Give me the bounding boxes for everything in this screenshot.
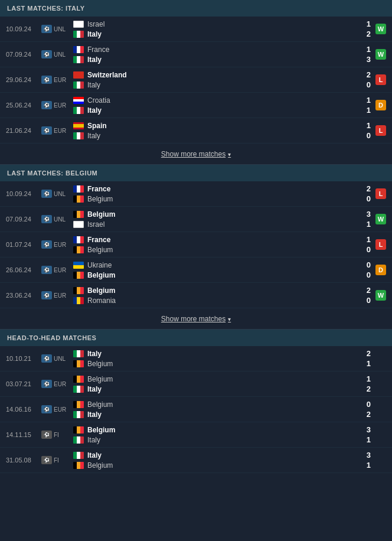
match-competition: ⚽EUR <box>41 291 71 299</box>
match-date: 10.10.21 <box>6 355 41 362</box>
team-score: 2 <box>360 30 374 38</box>
team-name: Switzerland <box>87 71 360 79</box>
team-flag <box>73 350 84 357</box>
competition-label: EUR <box>54 267 66 273</box>
team1-row: France2 <box>73 184 374 194</box>
team2-row: Italy2 <box>73 409 374 419</box>
match-date: 03.07.21 <box>6 380 41 387</box>
match-competition: ⚽UNL <box>41 190 71 198</box>
team-flag <box>73 436 84 444</box>
match-date: 01.07.24 <box>6 241 41 248</box>
show-more-label: Show more matches <box>161 315 226 323</box>
team-score: 2 <box>360 286 374 295</box>
result-badge: W <box>375 24 386 34</box>
team-flag <box>73 82 84 89</box>
team-score: 3 <box>360 210 374 219</box>
team1-row: Israel1 <box>73 19 374 29</box>
result-badge: W <box>375 49 386 60</box>
competition-label: UNL <box>54 191 66 197</box>
chevron-down-icon: ▾ <box>228 151 231 158</box>
match-row: 10.09.24⚽UNLIsrael1Italy2W <box>0 17 392 42</box>
team-flag <box>73 411 84 418</box>
team-flag <box>73 195 84 203</box>
team-score: 1 <box>360 461 374 470</box>
team-flag <box>73 71 84 79</box>
competition-label: FI <box>54 432 59 438</box>
competition-icon: ⚽ <box>41 291 52 299</box>
section-italy: LAST MATCHES: ITALY10.09.24⚽UNLIsrael1It… <box>0 0 392 165</box>
match-row: 10.10.21⚽UNLItaly2Belgium1 <box>0 346 392 371</box>
result-badge-area: W <box>374 214 386 224</box>
team-score: 3 <box>360 425 374 434</box>
match-competition: ⚽UNL <box>41 215 71 223</box>
team-score: 3 <box>360 451 374 459</box>
team-flag <box>73 122 84 129</box>
teams-container: Italy3Belgium1 <box>71 450 374 470</box>
team2-row: Belgium1 <box>73 460 374 470</box>
match-row: 14.06.16⚽EURBelgium0Italy2 <box>0 397 392 422</box>
show-more-button[interactable]: Show more matches ▾ <box>161 315 231 323</box>
team2-row: Italy0 <box>73 80 374 90</box>
competition-icon: ⚽ <box>41 354 52 363</box>
competition-label: UNL <box>54 216 66 223</box>
team-name: Italy <box>87 410 360 419</box>
result-badge: D <box>375 100 386 110</box>
section-belgium: LAST MATCHES: BELGIUM10.09.24⚽UNLFrance2… <box>0 165 392 330</box>
match-row: 10.09.24⚽UNLFrance2Belgium0L <box>0 181 392 207</box>
competition-icon: ⚽ <box>41 431 52 439</box>
team1-row: Italy2 <box>73 348 374 359</box>
teams-container: Belgium2Romania0 <box>71 285 374 305</box>
match-date: 10.09.24 <box>6 25 41 32</box>
result-badge: L <box>375 188 386 199</box>
team-flag <box>73 360 84 367</box>
teams-container: Belgium1Italy2 <box>71 374 374 394</box>
team-name: Italy <box>87 56 360 64</box>
competition-label: EUR <box>54 128 66 134</box>
result-badge-area: L <box>374 74 386 85</box>
team-name: Israel <box>87 20 360 28</box>
team-name: France <box>87 45 360 54</box>
team-score: 0 <box>360 270 374 279</box>
match-date: 10.09.24 <box>6 190 41 197</box>
team-score: 2 <box>360 384 374 393</box>
team-flag <box>73 21 84 28</box>
match-row: 21.06.24⚽EURSpain1Italy0L <box>0 118 392 144</box>
team-flag <box>73 426 84 434</box>
teams-container: Ukraine0Belgium0 <box>71 260 374 280</box>
teams-container: Spain1Italy0 <box>71 120 374 141</box>
team-flag <box>73 401 84 408</box>
team1-row: France1 <box>73 44 374 54</box>
match-competition: ⚽UNL <box>41 354 71 363</box>
team-flag <box>73 107 84 114</box>
team-name: Italy <box>87 451 360 459</box>
team-name: Italy <box>87 106 360 115</box>
team-score: 2 <box>360 184 374 193</box>
team-flag <box>73 386 84 393</box>
team1-row: Belgium3 <box>73 209 374 219</box>
team-name: France <box>87 236 360 244</box>
team2-row: Italy3 <box>73 54 374 64</box>
match-competition: ⚽FI <box>41 456 71 464</box>
teams-container: Belgium3Israel1 <box>71 209 374 229</box>
team-name: Italy <box>87 81 360 89</box>
match-date: 07.09.24 <box>6 51 41 58</box>
show-more-button[interactable]: Show more matches ▾ <box>161 150 231 158</box>
result-badge: L <box>375 239 386 250</box>
team2-row: Israel1 <box>73 219 374 229</box>
team1-row: Belgium2 <box>73 285 374 295</box>
result-badge-area: W <box>374 290 386 301</box>
team-name: Israel <box>87 220 360 229</box>
match-competition: ⚽EUR <box>41 101 71 109</box>
result-badge-area: L <box>374 188 386 199</box>
teams-container: France1Italy3 <box>71 44 374 64</box>
team-flag <box>73 297 84 304</box>
show-more-container: Show more matches ▾ <box>0 144 392 165</box>
team1-row: Spain1 <box>73 120 374 131</box>
teams-container: France2Belgium0 <box>71 184 374 204</box>
match-date: 14.11.15 <box>6 431 41 438</box>
match-date: 21.06.24 <box>6 127 41 134</box>
teams-container: Israel1Italy2 <box>71 19 374 39</box>
match-date: 23.06.24 <box>6 292 41 299</box>
match-row: 25.06.24⚽EURCroatia1Italy1D <box>0 93 392 118</box>
competition-label: EUR <box>54 381 66 387</box>
